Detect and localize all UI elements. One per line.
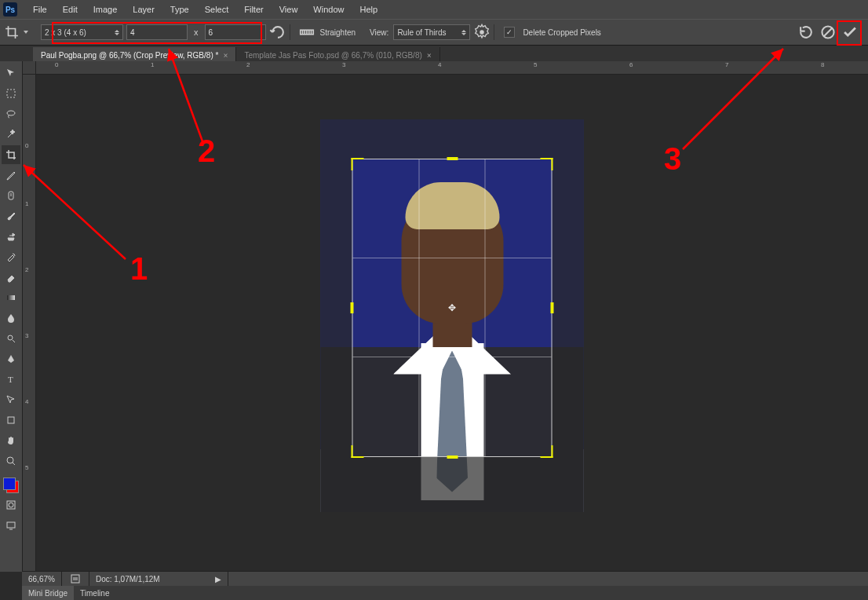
clone-stamp-tool-icon[interactable] bbox=[2, 227, 20, 246]
document-tab-inactive[interactable]: Template Jas Pas Foto.psd @ 66,7% (010, … bbox=[236, 47, 439, 63]
crop-aspect-preset-value: 2 x 3 (4 x 6) bbox=[45, 28, 86, 37]
panel-tab-timeline[interactable]: Timeline bbox=[74, 586, 115, 600]
menu-window[interactable]: Window bbox=[305, 0, 352, 19]
crop-width-input[interactable] bbox=[126, 24, 188, 40]
delete-cropped-checkbox[interactable]: ✓ bbox=[504, 27, 515, 38]
crop-center-icon: ✥ bbox=[448, 302, 456, 313]
path-selection-tool-icon[interactable] bbox=[2, 390, 20, 409]
eyedropper-tool-icon[interactable] bbox=[2, 166, 20, 185]
svg-rect-14 bbox=[71, 575, 79, 583]
menu-type[interactable]: Type bbox=[162, 0, 197, 19]
pen-tool-icon[interactable] bbox=[2, 349, 20, 368]
zoom-tool-icon[interactable] bbox=[2, 452, 20, 470]
blur-tool-icon[interactable] bbox=[2, 309, 20, 327]
svg-text:T: T bbox=[8, 375, 13, 384]
svg-point-12 bbox=[9, 503, 13, 507]
dimension-separator: x bbox=[194, 27, 199, 37]
screen-mode-icon[interactable] bbox=[2, 516, 20, 535]
annotation-number-2: 2 bbox=[198, 134, 215, 169]
svg-point-10 bbox=[7, 457, 13, 463]
document-tab-label: Paul Pogba.png @ 66,7% (Crop Preview, RG… bbox=[41, 51, 218, 60]
crop-options-gear-icon[interactable] bbox=[473, 24, 491, 41]
svg-rect-9 bbox=[8, 417, 14, 423]
document-tab-label: Template Jas Pas Foto.psd @ 66,7% (010, … bbox=[244, 51, 421, 60]
view-label: View: bbox=[370, 28, 388, 37]
healing-brush-tool-icon[interactable] bbox=[2, 186, 20, 205]
magic-wand-tool-icon[interactable] bbox=[2, 125, 20, 144]
canvas-area: 0 1 2 3 4 5 6 7 8 0 1 2 3 4 5 bbox=[23, 61, 868, 572]
panel-tab-mini-bridge[interactable]: Mini Bridge bbox=[22, 586, 74, 600]
delete-cropped-label: Delete Cropped Pixels bbox=[523, 28, 601, 37]
crop-handle-r[interactable] bbox=[551, 302, 554, 313]
crop-handle-tl[interactable] bbox=[352, 158, 364, 170]
svg-point-4 bbox=[7, 111, 15, 115]
annotation-number-3: 3 bbox=[664, 141, 681, 177]
crop-tool-indicator-icon bbox=[5, 25, 19, 39]
annotation-number-1: 1 bbox=[130, 251, 148, 287]
swap-dimensions-icon[interactable] bbox=[269, 24, 286, 41]
history-brush-tool-icon[interactable] bbox=[2, 247, 20, 266]
zoom-level[interactable]: 66,67% bbox=[22, 572, 62, 586]
move-tool-icon[interactable] bbox=[2, 64, 20, 82]
dodge-tool-icon[interactable] bbox=[2, 329, 20, 348]
menu-filter[interactable]: Filter bbox=[236, 0, 271, 19]
eraser-tool-icon[interactable] bbox=[2, 268, 20, 287]
commit-crop-icon[interactable] bbox=[841, 24, 859, 41]
close-tab-icon[interactable]: × bbox=[223, 51, 228, 60]
tools-panel: T bbox=[0, 61, 23, 572]
svg-rect-3 bbox=[7, 90, 15, 97]
app-logo: Ps bbox=[3, 2, 17, 16]
lasso-tool-icon[interactable] bbox=[2, 104, 20, 123]
close-tab-icon[interactable]: × bbox=[427, 51, 432, 60]
menu-image[interactable]: Image bbox=[86, 0, 126, 19]
ruler-vertical[interactable]: 0 1 2 3 4 5 bbox=[23, 75, 36, 572]
tool-preset-dropdown-icon[interactable] bbox=[24, 31, 28, 34]
doc-size[interactable]: Doc: 1,07M/1,12M▶ bbox=[89, 572, 228, 586]
menu-layer[interactable]: Layer bbox=[125, 0, 162, 19]
menu-bar: Ps File Edit Image Layer Type Select Fil… bbox=[0, 0, 868, 19]
straighten-icon[interactable] bbox=[298, 24, 315, 41]
crop-boundary[interactable]: ✥ bbox=[352, 159, 553, 457]
rectangle-tool-icon[interactable] bbox=[2, 411, 20, 430]
crop-handle-bl[interactable] bbox=[352, 445, 364, 458]
bottom-panel-tabs: Mini Bridge Timeline bbox=[22, 586, 868, 600]
crop-tool-icon[interactable] bbox=[2, 145, 20, 164]
status-icon[interactable] bbox=[62, 572, 89, 586]
reset-crop-icon[interactable] bbox=[797, 24, 815, 41]
ruler-corner bbox=[23, 61, 36, 75]
hand-tool-icon[interactable] bbox=[2, 431, 20, 450]
crop-height-input[interactable] bbox=[205, 24, 266, 40]
crop-handle-b[interactable] bbox=[447, 455, 458, 459]
overlay-dropdown[interactable]: Rule of Thirds bbox=[393, 24, 470, 40]
options-bar: 2 x 3 (4 x 6) x Straighten View: Rule of… bbox=[0, 19, 868, 46]
document-tab-active[interactable]: Paul Pogba.png @ 66,7% (Crop Preview, RG… bbox=[33, 47, 236, 63]
color-swatches[interactable] bbox=[2, 476, 20, 495]
menu-select[interactable]: Select bbox=[197, 0, 237, 19]
foreground-color-swatch[interactable] bbox=[3, 477, 16, 490]
cancel-crop-icon[interactable] bbox=[819, 24, 837, 41]
svg-rect-13 bbox=[7, 522, 15, 528]
type-tool-icon[interactable]: T bbox=[2, 370, 20, 389]
menu-edit[interactable]: Edit bbox=[55, 0, 86, 19]
brush-tool-icon[interactable] bbox=[2, 207, 20, 225]
document-image[interactable]: ✥ bbox=[321, 119, 584, 512]
crop-handle-br[interactable] bbox=[541, 445, 553, 458]
svg-rect-6 bbox=[7, 295, 15, 300]
marquee-tool-icon[interactable] bbox=[2, 84, 20, 103]
canvas[interactable]: ✥ bbox=[36, 75, 868, 572]
straighten-label[interactable]: Straighten bbox=[320, 28, 356, 37]
workspace: T 0 1 2 3 4 5 6 7 8 bbox=[0, 61, 868, 572]
menu-help[interactable]: Help bbox=[352, 0, 385, 19]
crop-handle-t[interactable] bbox=[447, 157, 458, 160]
menu-file[interactable]: File bbox=[25, 0, 55, 19]
overlay-value: Rule of Thirds bbox=[397, 28, 446, 37]
gradient-tool-icon[interactable] bbox=[2, 288, 20, 307]
crop-aspect-preset-dropdown[interactable]: 2 x 3 (4 x 6) bbox=[41, 24, 123, 40]
svg-point-1 bbox=[480, 30, 485, 35]
crop-handle-l[interactable] bbox=[351, 302, 354, 313]
ruler-horizontal[interactable]: 0 1 2 3 4 5 6 7 8 bbox=[36, 61, 868, 75]
menu-view[interactable]: View bbox=[272, 0, 306, 19]
crop-handle-tr[interactable] bbox=[541, 158, 553, 170]
svg-point-7 bbox=[8, 335, 13, 340]
quick-mask-icon[interactable] bbox=[2, 496, 20, 514]
